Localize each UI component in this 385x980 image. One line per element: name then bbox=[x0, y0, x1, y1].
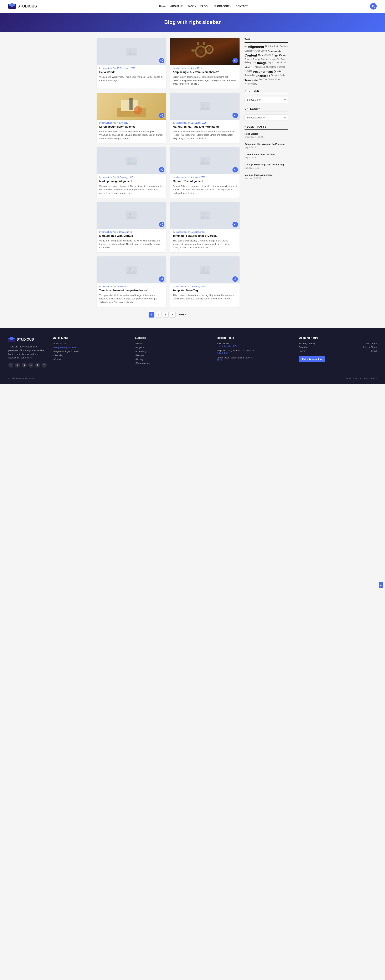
subject-item[interactable]: Biology bbox=[135, 354, 213, 356]
post-date[interactable]: 15 March, 2012 bbox=[191, 231, 205, 233]
tag-fun[interactable]: Fun bbox=[281, 58, 284, 60]
share-button[interactable] bbox=[159, 58, 165, 64]
tag-audio[interactable]: Audio bbox=[274, 45, 279, 49]
logo[interactable]: STUDIOUS bbox=[8, 3, 37, 10]
tag-html[interactable]: Html bbox=[252, 61, 256, 65]
post-title[interactable]: Hello world! bbox=[99, 70, 164, 74]
post-date[interactable]: 9 January, 2013 bbox=[191, 176, 205, 178]
tag-twitter[interactable]: Twitter bbox=[268, 78, 274, 82]
post-author[interactable]: privatetutor bbox=[176, 286, 186, 288]
pagination-next[interactable]: Next » bbox=[177, 312, 188, 317]
post-author[interactable]: privatetutor bbox=[102, 67, 112, 69]
recent-post-footer-title[interactable]: Hello World! bbox=[217, 342, 295, 345]
search-button[interactable] bbox=[370, 3, 377, 10]
post-date[interactable]: 25 December, 2020 bbox=[117, 67, 135, 69]
tag-shortcode[interactable]: Shortcode bbox=[256, 74, 270, 78]
subject-item[interactable]: History bbox=[135, 358, 213, 361]
subject-item[interactable]: Maths bbox=[135, 342, 213, 345]
quick-link-item[interactable]: Site Map bbox=[53, 354, 131, 356]
post-title[interactable]: Lorem ipsum dolor sit amet bbox=[99, 125, 164, 129]
share-button[interactable] bbox=[232, 222, 238, 227]
tag-image[interactable]: Image bbox=[257, 61, 267, 65]
tag-categories[interactable]: Categories bbox=[244, 50, 254, 53]
page-2[interactable]: 2 bbox=[156, 312, 161, 318]
recent-post-title[interactable]: Markup: Image Alignment bbox=[244, 173, 288, 177]
post-date[interactable]: 5 January, 2013 bbox=[117, 231, 132, 233]
category-select[interactable]: Select Category bbox=[244, 115, 288, 121]
tag-test[interactable]: Test bbox=[259, 78, 263, 82]
tag-template[interactable]: Template bbox=[244, 78, 258, 82]
quick-link-item[interactable]: Contact bbox=[53, 358, 131, 361]
page-1[interactable]: 1 bbox=[149, 312, 154, 318]
subject-item[interactable]: Chemistry bbox=[135, 350, 213, 353]
subject-item[interactable]: Physics bbox=[135, 346, 213, 349]
quick-link-item[interactable]: Blog with right sidebar bbox=[53, 346, 131, 349]
tag-mothership[interactable]: Mothership bbox=[255, 66, 265, 69]
post-date[interactable]: 4 July, 2019 bbox=[191, 67, 202, 69]
post-author[interactable]: privatetutor bbox=[176, 176, 186, 178]
tag-athletics[interactable]: Athletics bbox=[265, 45, 273, 49]
share-button[interactable] bbox=[159, 222, 165, 227]
tag-jetpack[interactable]: Jetpack bbox=[268, 61, 275, 65]
privacy-link[interactable]: Privacy Policy bbox=[364, 377, 377, 380]
tag-cite[interactable]: Cite bbox=[276, 58, 280, 60]
tag-edgecase[interactable]: Edge Case bbox=[272, 54, 286, 57]
tag-comments[interactable]: Comments bbox=[267, 50, 281, 53]
post-title[interactable]: Markup: HTML Tags and Formatting bbox=[173, 125, 237, 129]
recent-post-title[interactable]: Markup: HTML Tags And Formatting bbox=[244, 163, 288, 166]
recent-post-title[interactable]: Hello World! bbox=[244, 132, 288, 135]
tag-layout[interactable]: Layout bbox=[276, 61, 282, 65]
quick-link-item[interactable]: ABOUT US bbox=[53, 342, 131, 345]
post-date[interactable]: 15 March, 2012 bbox=[117, 286, 132, 288]
nav-shortcode[interactable]: SHORTCODE ▾ bbox=[214, 5, 232, 8]
tag-video[interactable]: Video bbox=[275, 78, 280, 82]
archives-select[interactable]: Select Month bbox=[244, 97, 288, 103]
tag-chat[interactable]: Chat bbox=[256, 50, 260, 53]
social-instagram[interactable]: i bbox=[15, 363, 20, 368]
post-title[interactable]: Markup: Title With Markup bbox=[99, 234, 164, 238]
tag-quote[interactable]: Quote bbox=[274, 70, 281, 73]
recent-post-title[interactable]: Adipiscing Elit. Vivamus Eu Pharetra bbox=[244, 143, 288, 146]
share-button[interactable] bbox=[159, 276, 165, 282]
quick-link-item[interactable]: Page with Right Sidebar bbox=[53, 350, 131, 353]
tag-protest[interactable]: Protest II bbox=[277, 66, 286, 69]
share-button[interactable] bbox=[232, 113, 238, 118]
tag-css[interactable]: Css bbox=[258, 54, 263, 57]
social-twitter[interactable]: t bbox=[35, 363, 40, 368]
nav-home[interactable]: Home bbox=[159, 5, 166, 8]
post-author[interactable]: privatetutor bbox=[102, 122, 112, 124]
tag-postformats[interactable]: Post Formats bbox=[253, 70, 273, 73]
tag-deleted[interactable]: Deleted bbox=[264, 54, 271, 57]
nav-page[interactable]: PAGE ▾ bbox=[187, 5, 196, 8]
post-title[interactable]: Template: More Tag bbox=[173, 289, 237, 293]
share-button[interactable] bbox=[159, 113, 165, 118]
recent-post-footer-title[interactable]: Adipiscing Elit, Vivamus eu Pharetra bbox=[217, 349, 295, 352]
post-author[interactable]: privatetutor bbox=[102, 286, 112, 288]
tag-embeds[interactable]: Embeds bbox=[244, 58, 252, 60]
post-author[interactable]: privatetutor bbox=[176, 122, 186, 124]
nav-blog[interactable]: BLOG ▾ bbox=[200, 5, 209, 8]
tag-gallery[interactable]: Gallery bbox=[244, 61, 251, 65]
tag-stella[interactable]: Stella bbox=[280, 74, 285, 78]
terms-link[interactable]: Terms of Service bbox=[346, 377, 361, 380]
tag-mustread[interactable]: Must-Read bbox=[266, 66, 276, 69]
tag-title[interactable]: Title bbox=[264, 78, 267, 82]
tag-codex[interactable]: Codex bbox=[260, 50, 267, 53]
share-button[interactable] bbox=[232, 276, 238, 282]
page-4[interactable]: 4 bbox=[170, 312, 176, 318]
social-facebook[interactable]: f bbox=[8, 363, 13, 368]
post-date[interactable]: 11 January, 2019 bbox=[191, 122, 207, 124]
tag-alignment[interactable]: Alignment bbox=[248, 45, 264, 49]
post-date[interactable]: 15 March, 2012 bbox=[191, 286, 205, 288]
tag-art[interactable]: art bbox=[244, 45, 247, 49]
tag-readability[interactable]: Readability bbox=[244, 74, 255, 78]
nav-about[interactable]: ABOUT US bbox=[170, 5, 183, 8]
tag-pictures[interactable]: Pictures bbox=[244, 70, 252, 73]
post-title[interactable]: Template: Featured Image (Vertical) bbox=[173, 234, 237, 238]
post-author[interactable]: privatetutor bbox=[102, 176, 112, 178]
tag-excerpt[interactable]: Excerpt bbox=[253, 58, 260, 60]
post-author[interactable]: privatetutor bbox=[176, 67, 186, 69]
tag-standard[interactable]: Standard bbox=[271, 74, 280, 78]
post-author[interactable]: privatetutor bbox=[176, 231, 186, 233]
tag-markup[interactable]: Markup bbox=[244, 66, 254, 69]
